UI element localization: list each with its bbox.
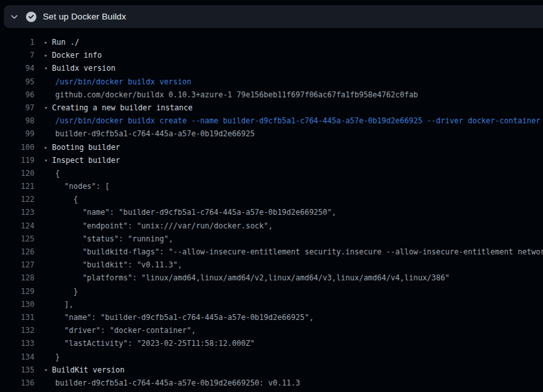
log-row: 125 "status": "running", [0, 232, 543, 245]
line-number[interactable]: 96 [0, 88, 34, 101]
log-row: 95/usr/bin/docker buildx version [0, 75, 543, 88]
chevron-down-icon[interactable] [9, 12, 19, 22]
log-row[interactable]: 7▸Docker info [0, 49, 543, 62]
log-output-line: "buildkit": "v0.11.3", [55, 258, 182, 271]
group-header-expanded[interactable]: ▾Buildx version [44, 62, 116, 75]
line-number[interactable]: 131 [0, 311, 34, 324]
log-command-line: /usr/bin/docker buildx create --name bui… [55, 114, 540, 127]
log-output-line: "endpoint": "unix:///var/run/docker.sock… [55, 219, 273, 232]
line-number[interactable]: 132 [0, 324, 34, 337]
line-number[interactable]: 119 [0, 154, 34, 167]
line-number[interactable]: 136 [0, 376, 34, 389]
line-number[interactable]: 123 [0, 206, 34, 219]
line-number[interactable]: 135 [0, 363, 34, 376]
line-number[interactable]: 134 [0, 350, 34, 363]
log-output-line: "platforms": "linux/amd64,linux/amd64/v2… [55, 271, 449, 284]
log-row[interactable]: 100▸Booting builder [0, 141, 543, 154]
log-row: 129 } [0, 285, 543, 298]
triangle-down-icon[interactable]: ▾ [44, 154, 52, 167]
group-header-collapsed[interactable]: ▸Booting builder [44, 141, 120, 154]
step-header[interactable]: Set up Docker Buildx [4, 5, 543, 28]
log-row: 121 "nodes": [ [0, 180, 543, 193]
log-row: 124 "endpoint": "unix:///var/run/docker.… [0, 219, 543, 232]
log-output-line: builder-d9cfb5a1-c764-445a-a57e-0b19d2e6… [55, 376, 300, 389]
log-row: 128 "platforms": "linux/amd64,linux/amd6… [0, 271, 543, 284]
log-row: 130 ], [0, 298, 543, 311]
log-output-line: { [55, 193, 78, 206]
group-title: Docker info [52, 51, 102, 60]
log-output-line: "status": "running", [55, 232, 173, 245]
log-output-line: { [55, 167, 60, 180]
log-output-line: builder-d9cfb5a1-c764-445a-a57e-0b19d2e6… [55, 127, 255, 140]
line-number[interactable]: 126 [0, 245, 34, 258]
log-output-line: ], [55, 298, 73, 311]
check-circle-icon [26, 12, 36, 22]
log-command-line: /usr/bin/docker buildx version [55, 75, 191, 88]
log-row: 120{ [0, 167, 543, 180]
triangle-right-icon[interactable]: ▸ [44, 36, 52, 49]
log-row: 98/usr/bin/docker buildx create --name b… [0, 114, 543, 127]
line-number[interactable]: 124 [0, 219, 34, 232]
log-row[interactable]: 119▾Inspect builder [0, 154, 543, 167]
group-header-collapsed[interactable]: ▸Run ./ [44, 36, 79, 49]
log-row[interactable]: 1▸Run ./ [0, 36, 543, 49]
line-number[interactable]: 130 [0, 298, 34, 311]
log-output-line: github.com/docker/buildx 0.10.3+azure-1 … [55, 88, 418, 101]
group-title: Buildx version [52, 64, 116, 73]
log-output-line: "buildkitd-flags": "--allow-insecure-ent… [55, 245, 543, 258]
log-row: 96github.com/docker/buildx 0.10.3+azure-… [0, 88, 543, 101]
triangle-right-icon[interactable]: ▸ [44, 49, 52, 62]
line-number[interactable]: 122 [0, 193, 34, 206]
line-number[interactable]: 7 [0, 49, 34, 62]
group-header-collapsed[interactable]: ▸Docker info [44, 49, 102, 62]
group-title: Creating a new builder instance [52, 103, 192, 112]
log-row[interactable]: 97▾Creating a new builder instance [0, 101, 543, 114]
log-row: 136builder-d9cfb5a1-c764-445a-a57e-0b19d… [0, 376, 543, 389]
line-number[interactable]: 128 [0, 271, 34, 284]
log-row: 132 "driver": "docker-container", [0, 324, 543, 337]
group-title: Run ./ [52, 38, 79, 47]
line-number[interactable]: 133 [0, 337, 34, 350]
line-number[interactable]: 121 [0, 180, 34, 193]
log-row: 122 { [0, 193, 543, 206]
triangle-down-icon[interactable]: ▾ [44, 363, 52, 376]
line-number[interactable]: 120 [0, 167, 34, 180]
log-row[interactable]: 94▾Buildx version [0, 62, 543, 75]
log-output-line: "driver": "docker-container", [55, 324, 196, 337]
line-number[interactable]: 127 [0, 258, 34, 271]
line-number[interactable]: 94 [0, 62, 34, 75]
line-number[interactable]: 95 [0, 75, 34, 88]
log-row[interactable]: 135▾BuildKit version [0, 363, 543, 376]
log-row: 123 "name": "builder-d9cfb5a1-c764-445a-… [0, 206, 543, 219]
group-title: BuildKit version [52, 365, 125, 374]
actions-log-viewer: Set up Docker Buildx 1▸Run ./7▸Docker in… [0, 0, 543, 392]
log-lines: 1▸Run ./7▸Docker info94▾Buildx version95… [0, 28, 543, 392]
log-row: 133 "lastActivity": "2023-02-25T11:58:12… [0, 337, 543, 350]
log-row: 131 "name": "builder-d9cfb5a1-c764-445a-… [0, 311, 543, 324]
line-number[interactable]: 1 [0, 36, 34, 49]
group-header-expanded[interactable]: ▾Inspect builder [44, 154, 120, 167]
line-number[interactable]: 129 [0, 285, 34, 298]
log-row: 99builder-d9cfb5a1-c764-445a-a57e-0b19d2… [0, 127, 543, 140]
log-output-line: "name": "builder-d9cfb5a1-c764-445a-a57e… [55, 206, 336, 219]
step-title: Set up Docker Buildx [43, 12, 126, 21]
group-title: Booting builder [52, 143, 120, 152]
group-header-expanded[interactable]: ▾Creating a new builder instance [44, 101, 192, 114]
line-number[interactable]: 125 [0, 232, 34, 245]
triangle-down-icon[interactable]: ▾ [44, 62, 52, 75]
line-number[interactable]: 99 [0, 127, 34, 140]
group-header-expanded[interactable]: ▾BuildKit version [44, 363, 125, 376]
line-number[interactable]: 100 [0, 141, 34, 154]
log-output-line: } [55, 350, 60, 363]
line-number[interactable]: 98 [0, 114, 34, 127]
triangle-right-icon[interactable]: ▸ [44, 141, 52, 154]
log-output-line: "nodes": [ [55, 180, 110, 193]
group-title: Inspect builder [52, 156, 120, 165]
line-number[interactable]: 97 [0, 101, 34, 114]
log-output-line: "name": "builder-d9cfb5a1-c764-445a-a57e… [55, 311, 314, 324]
log-row: 134} [0, 350, 543, 363]
log-row: 126 "buildkitd-flags": "--allow-insecure… [0, 245, 543, 258]
triangle-down-icon[interactable]: ▾ [44, 101, 52, 114]
log-output-line: "lastActivity": "2023-02-25T11:58:12.000… [55, 337, 255, 350]
log-row: 127 "buildkit": "v0.11.3", [0, 258, 543, 271]
